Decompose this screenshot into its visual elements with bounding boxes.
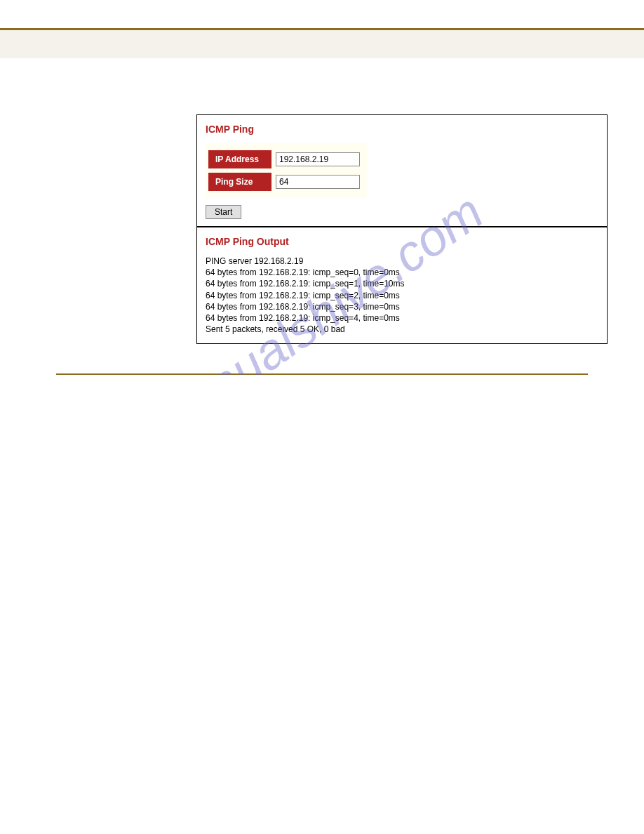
icmp-output-text: PING server 192.168.2.19 64 bytes from 1…	[206, 256, 598, 335]
icmp-form-table: IP Address Ping Size	[206, 143, 367, 198]
output-line: 64 bytes from 192.168.2.19: icmp_seq=2, …	[206, 290, 598, 301]
icmp-ping-title: ICMP Ping	[206, 124, 598, 135]
ip-address-input[interactable]	[276, 152, 360, 166]
page-top-bar	[0, 30, 644, 58]
output-line: 64 bytes from 192.168.2.19: icmp_seq=3, …	[206, 301, 598, 312]
ip-address-label: IP Address	[208, 150, 271, 168]
icmp-output-panel: ICMP Ping Output PING server 192.168.2.1…	[196, 227, 608, 344]
output-line: Sent 5 packets, received 5 OK, 0 bad	[206, 324, 598, 335]
ping-size-input[interactable]	[276, 175, 360, 189]
output-line: 64 bytes from 192.168.2.19: icmp_seq=0, …	[206, 267, 598, 278]
ping-size-label: Ping Size	[208, 173, 271, 191]
horizontal-divider	[56, 373, 588, 375]
icmp-ping-panel: ICMP Ping IP Address Ping Size Start	[196, 114, 608, 227]
icmp-output-title: ICMP Ping Output	[206, 236, 598, 247]
output-line: 64 bytes from 192.168.2.19: icmp_seq=1, …	[206, 278, 598, 289]
output-line: 64 bytes from 192.168.2.19: icmp_seq=4, …	[206, 312, 598, 324]
output-line: PING server 192.168.2.19	[206, 256, 598, 267]
start-button[interactable]: Start	[206, 205, 241, 219]
